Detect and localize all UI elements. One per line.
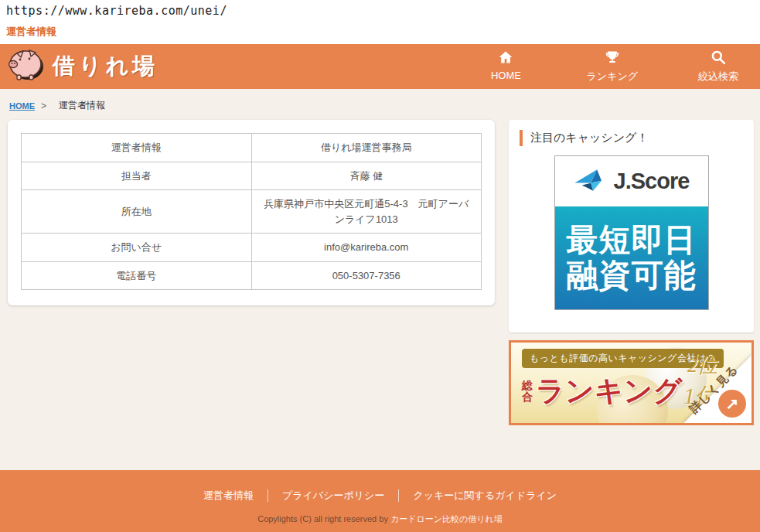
- table-row: お問い合せ info@karireba.com: [22, 234, 482, 262]
- copyright-line: Copylights (C) all right reserved by カード…: [257, 513, 503, 525]
- copyright-text: Copylights (C) all right reserved by: [257, 514, 390, 523]
- row-value: info@karireba.com: [251, 234, 482, 262]
- table-row: 所在地 兵庫県神戸市中央区元町通5-4-3 元町アーバンライフ1013: [22, 190, 482, 234]
- nav-label: 絞込検索: [698, 70, 738, 84]
- footer-link-unei[interactable]: 運営者情報: [189, 489, 268, 503]
- nav-item-ranking[interactable]: ランキング: [586, 49, 638, 84]
- footer-link-cookie[interactable]: クッキーに関するガイドライン: [399, 489, 571, 503]
- table-row: 運営者情報 借りれ場運営事務局: [22, 134, 482, 162]
- sidebar: 注目のキャッシング！ J.Score: [509, 120, 754, 425]
- nav-label: HOME: [491, 70, 521, 81]
- rank-2-label: 2位: [687, 352, 717, 379]
- row-value: 兵庫県神戸市中央区元町通5-4-3 元町アーバンライフ1013: [251, 190, 482, 234]
- breadcrumb: HOME > 運営者情報: [0, 99, 760, 120]
- arrow-circle-icon[interactable]: ↗: [718, 390, 746, 418]
- heading-accent-bar: [520, 130, 523, 146]
- sidebar-heading: 注目のキャッシング！: [520, 130, 743, 146]
- operator-info-card: 運営者情報 借りれ場運営事務局 担当者 斉藤 健 所在地 兵庫県神戸市中央区元町…: [8, 120, 495, 305]
- row-value: 斉藤 健: [251, 162, 482, 190]
- main-nav: HOME ランキング 絞込検索: [481, 49, 743, 84]
- top-unei-link[interactable]: 運営者情報: [6, 25, 56, 39]
- ranking-title: ランキング: [536, 372, 682, 411]
- jscore-logo-area: J.Score: [555, 156, 708, 206]
- site-footer: 運営者情報 プライバシーポリシー クッキーに関するガイドライン Copyligh…: [0, 470, 760, 532]
- sidebar-heading-text: 注目のキャッシング！: [530, 131, 648, 145]
- breadcrumb-separator: >: [41, 101, 46, 111]
- row-value: 050-5307-7356: [251, 261, 482, 290]
- nav-label: ランキング: [586, 70, 638, 84]
- footer-link-privacy[interactable]: プライバシーポリシー: [268, 489, 398, 503]
- nav-item-home[interactable]: HOME: [481, 49, 530, 84]
- table-row: 電話番号 050-5307-7356: [22, 261, 482, 290]
- content-row: 運営者情報 借りれ場運営事務局 担当者 斉藤 健 所在地 兵庫県神戸市中央区元町…: [0, 120, 760, 425]
- breadcrumb-current: 運営者情報: [59, 99, 105, 112]
- ranking-ad-banner[interactable]: もっとも評価の高いキャッシング会社は？ 総合 ランキング 1位 2位 詳しく見る…: [509, 340, 754, 425]
- row-label: 所在地: [22, 190, 252, 234]
- home-icon: [498, 49, 513, 68]
- jscore-line1: 最短即日: [567, 223, 697, 257]
- footer-links: 運営者情報 プライバシーポリシー クッキーに関するガイドライン: [189, 489, 571, 503]
- jscore-ad-banner[interactable]: J.Score 最短即日 融資可能: [554, 155, 709, 310]
- breadcrumb-home-link[interactable]: HOME: [9, 101, 35, 111]
- featured-cashing-box: 注目のキャッシング！ J.Score: [509, 120, 754, 332]
- table-row: 担当者 斉藤 健: [22, 162, 482, 190]
- jscore-line2: 融資可能: [567, 258, 697, 293]
- operator-info-table: 運営者情報 借りれ場運営事務局 担当者 斉藤 健 所在地 兵庫県神戸市中央区元町…: [21, 133, 482, 290]
- row-label: 運営者情報: [22, 134, 252, 162]
- site-header: 借りれ場 HOME ランキング 絞込検索: [0, 44, 760, 89]
- top-strip: https://www.karireba.com/unei/ 運営者情報: [0, 0, 760, 44]
- ranking-prefix: 総合: [522, 380, 534, 402]
- search-icon: [711, 49, 726, 68]
- nav-item-search[interactable]: 絞込検索: [694, 49, 743, 84]
- page-url-text: https://www.karireba.com/unei/: [6, 4, 760, 18]
- arrow-glyph: ↗: [726, 394, 739, 413]
- site-logo[interactable]: 借りれ場: [6, 47, 158, 86]
- trophy-icon: [605, 49, 620, 68]
- pig-mascot-icon: [6, 47, 46, 86]
- row-label: お問い合せ: [22, 234, 252, 262]
- row-value: 借りれ場運営事務局: [251, 134, 482, 162]
- row-label: 電話番号: [22, 261, 252, 290]
- jscore-message-area: 最短即日 融資可能: [555, 206, 708, 309]
- copyright-site-link[interactable]: カードローン比較の借りれ場: [390, 514, 503, 523]
- site-title: 借りれ場: [53, 51, 158, 82]
- main-area: HOME > 運営者情報 運営者情報 借りれ場運営事務局 担当者 斉藤 健 所在…: [0, 89, 760, 470]
- jscore-paper-plane-icon: [574, 168, 609, 196]
- jscore-brand-text: J.Score: [614, 169, 690, 194]
- row-label: 担当者: [22, 162, 252, 190]
